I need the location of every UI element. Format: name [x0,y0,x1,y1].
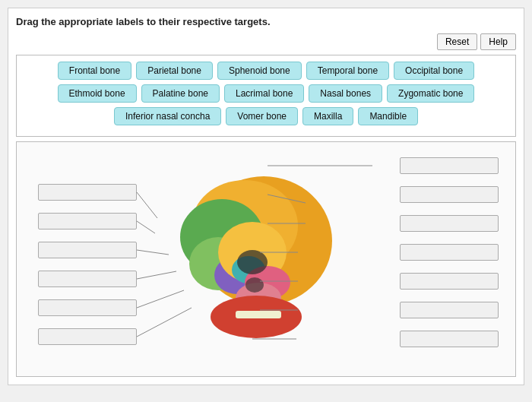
main-container: Drag the appropriate labels to their res… [8,8,524,385]
chip-frontal-bone[interactable]: Frontal bone [58,62,131,80]
chip-maxilla[interactable]: Maxilla [302,107,353,125]
drop-box-right-1[interactable] [400,157,499,174]
labels-area: Frontal bone Parietal bone Sphenoid bone… [16,55,516,137]
labels-row-2: Ethmoid bone Palatine bone Lacrimal bone… [21,84,511,103]
chip-mandible[interactable]: Mandible [358,107,418,125]
drop-box-right-2[interactable] [400,186,499,203]
drop-box-left-2[interactable] [38,213,137,229]
chip-nasal-bones[interactable]: Nasal bones [309,84,382,103]
chip-palatine-bone[interactable]: Palatine bone [141,84,220,103]
svg-point-11 [237,250,268,274]
chip-vomer-bone[interactable]: Vomer bone [226,107,298,125]
diagram-area [16,141,516,377]
reset-button[interactable]: Reset [437,33,477,50]
chip-zygomatic-bone[interactable]: Zygomatic bone [387,84,474,103]
drop-box-right-5[interactable] [400,273,499,290]
svg-rect-10 [236,311,281,318]
svg-point-12 [245,277,264,293]
chip-inferior-nasal-concha[interactable]: Inferior nasal concha [114,107,221,125]
drop-box-right-3[interactable] [400,215,499,232]
instruction-text: Drag the appropriate labels to their res… [16,16,516,27]
drop-box-right-6[interactable] [400,302,499,318]
drop-box-right-7[interactable] [400,331,499,347]
drop-box-left-3[interactable] [38,242,137,258]
help-button[interactable]: Help [480,33,516,50]
drop-box-left-1[interactable] [38,184,137,201]
chip-temporal-bone[interactable]: Temporal bone [306,62,389,80]
drop-box-left-6[interactable] [38,328,137,345]
labels-row-3: Inferior nasal concha Vomer bone Maxilla… [21,107,511,125]
chip-sphenoid-bone[interactable]: Sphenoid bone [217,62,302,80]
skull-illustration [146,165,359,362]
labels-row-1: Frontal bone Parietal bone Sphenoid bone… [21,62,511,80]
drop-box-left-4[interactable] [38,271,137,287]
chip-parietal-bone[interactable]: Parietal bone [136,62,213,80]
chip-lacrimal-bone[interactable]: Lacrimal bone [224,84,304,103]
drop-box-right-4[interactable] [400,244,499,261]
chip-ethmoid-bone[interactable]: Ethmoid bone [58,84,137,103]
chip-occipital-bone[interactable]: Occipital bone [394,62,474,80]
toolbar: Reset Help [16,33,516,50]
drop-box-left-5[interactable] [38,299,137,316]
